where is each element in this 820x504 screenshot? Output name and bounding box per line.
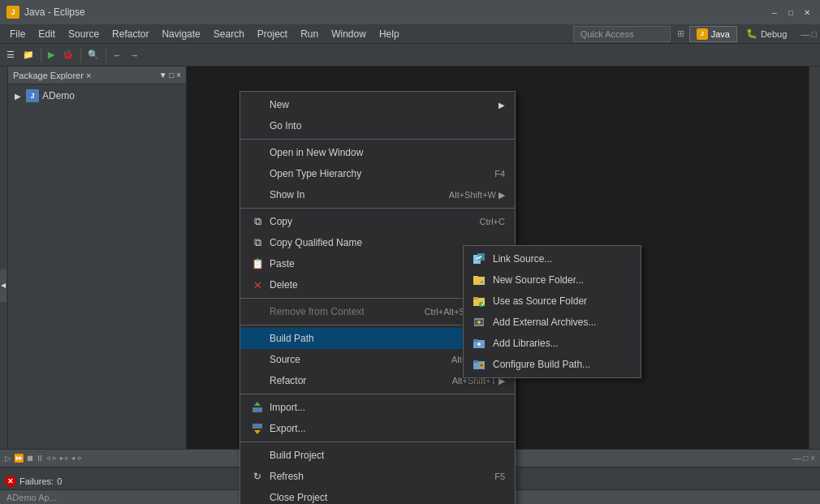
sm-configure-build-path-icon xyxy=(472,357,486,372)
close-button[interactable]: ✕ xyxy=(801,6,814,19)
toolbar-debug-btn[interactable]: 🐞 xyxy=(59,48,77,62)
cm-new-icon xyxy=(250,97,265,112)
menu-help[interactable]: Help xyxy=(373,27,406,41)
cm-go-into[interactable]: Go Into xyxy=(240,115,515,136)
failure-icon: ✕ xyxy=(5,476,16,487)
sm-use-as-source-label: Use as Source Folder xyxy=(493,295,587,307)
panel-max-icon[interactable]: □ xyxy=(811,29,817,39)
toolbar: ☰ 📁 ▶ 🐞 🔍 ← → xyxy=(0,44,820,67)
toolbar-search-btn[interactable]: 🔍 xyxy=(84,48,102,62)
toolbar-new-btn[interactable]: ☰ xyxy=(3,48,18,62)
sm-configure-build-path[interactable]: Configure Build Path... xyxy=(464,354,641,375)
cm-new-label: New xyxy=(270,99,498,110)
bottom-panel-controls: — □ × xyxy=(793,454,815,463)
maximize-button[interactable]: □ xyxy=(784,6,797,19)
svg-marker-1 xyxy=(254,402,261,406)
menu-search[interactable]: Search xyxy=(207,27,251,41)
cm-import-icon xyxy=(250,400,265,415)
svg-rect-19 xyxy=(473,339,478,342)
cm-import[interactable]: Import... xyxy=(240,397,515,418)
cm-export-label: Export... xyxy=(270,423,505,434)
svg-text:✓: ✓ xyxy=(481,301,486,307)
tree-item[interactable]: ▶ J ADemo xyxy=(11,88,183,104)
cm-paste-label: Paste xyxy=(270,258,464,269)
menu-refactor[interactable]: Refactor xyxy=(106,27,155,41)
svg-rect-23 xyxy=(473,360,478,363)
cm-sep-6 xyxy=(240,442,515,442)
cm-build-project-label: Build Project xyxy=(270,450,505,461)
cm-open-type-hierarchy-shortcut: F4 xyxy=(494,169,505,179)
toolbar-sep-2 xyxy=(80,48,81,62)
menu-source[interactable]: Source xyxy=(62,27,106,41)
svg-rect-0 xyxy=(252,407,262,412)
cm-build-path-icon xyxy=(250,331,265,346)
sm-use-as-source-icon: ✓ xyxy=(472,294,486,308)
panel-controls[interactable]: ▼ □ × xyxy=(159,71,181,80)
perspective-tabs: ⊞ J Java 🐛 Debug — □ xyxy=(677,26,817,42)
toolbar-sep-1 xyxy=(41,48,41,62)
cm-new[interactable]: New ▶ xyxy=(240,94,515,115)
right-sidebar xyxy=(809,67,820,504)
cm-build-project[interactable]: Build Project xyxy=(240,445,515,466)
svg-point-25 xyxy=(481,364,483,367)
perspective-java[interactable]: J Java xyxy=(689,26,737,42)
left-collapse-btn[interactable]: ◀ xyxy=(0,269,6,302)
menu-navigate[interactable]: Navigate xyxy=(155,27,206,41)
cm-export-icon xyxy=(250,421,265,436)
panel-min-icon[interactable]: — xyxy=(801,29,809,39)
cm-delete-icon xyxy=(250,278,265,292)
sm-link-source[interactable]: Link Source... xyxy=(464,248,641,269)
menu-edit[interactable]: Edit xyxy=(32,27,62,41)
toolbar-back-btn[interactable]: ← xyxy=(110,49,125,62)
menu-run[interactable]: Run xyxy=(294,27,325,41)
svg-rect-11 xyxy=(473,297,478,299)
cm-show-in-icon xyxy=(250,187,265,202)
toolbar-run-btn[interactable]: ▶ xyxy=(45,48,58,62)
sm-new-source-folder[interactable]: + New Source Folder... xyxy=(464,269,641,291)
cm-refactor-icon xyxy=(250,373,265,388)
cm-open-new-window[interactable]: Open in New Window xyxy=(240,142,515,163)
toolbar-fwd-btn[interactable]: → xyxy=(127,49,142,62)
cm-refactor-label: Refactor xyxy=(270,375,436,386)
cm-open-type-hierarchy[interactable]: Open Type Hierarchy F4 xyxy=(240,163,515,184)
quick-access-label: Quick Access xyxy=(580,29,634,39)
title-bar-left: J Java - Eclipse xyxy=(6,6,85,19)
cm-sep-2 xyxy=(240,208,515,209)
bottom-toolbar-icons: ▷ ⏩ ⏹ ⏸ ◁ ▷ ▶ ▷ ◀ ▷ xyxy=(5,454,82,463)
menu-project[interactable]: Project xyxy=(251,27,294,41)
cm-export[interactable]: Export... xyxy=(240,418,515,439)
cm-source-label: Source xyxy=(270,354,435,365)
cm-close-project-icon xyxy=(250,490,265,504)
failures-label: Failures: xyxy=(19,476,54,486)
cm-refresh[interactable]: ↻ Refresh F5 xyxy=(240,466,515,487)
perspective-debug[interactable]: 🐛 Debug xyxy=(739,26,794,41)
menu-bar: File Edit Source Refactor Navigate Searc… xyxy=(0,24,820,44)
cm-copy[interactable]: Copy Ctrl+C xyxy=(240,211,515,232)
cm-close-project[interactable]: Close Project xyxy=(240,487,515,504)
cm-show-in-shortcut: Alt+Shift+W ▶ xyxy=(449,190,505,200)
cm-refresh-label: Refresh xyxy=(270,471,478,482)
cm-source-icon xyxy=(250,352,265,367)
menu-window[interactable]: Window xyxy=(325,27,373,41)
failures-badge: ✕ Failures: 0 xyxy=(5,476,62,487)
toolbar-open-btn[interactable]: 📁 xyxy=(19,48,37,62)
minimize-button[interactable]: – xyxy=(768,6,781,19)
sm-use-as-source[interactable]: ✓ Use as Source Folder xyxy=(464,291,641,312)
sm-add-libraries-icon xyxy=(472,336,486,351)
window-controls[interactable]: – □ ✕ xyxy=(768,6,814,19)
cm-import-label: Import... xyxy=(270,402,505,413)
sm-link-source-icon xyxy=(472,252,486,266)
svg-text:+: + xyxy=(480,278,484,286)
toolbar-sep-3 xyxy=(106,48,106,62)
cm-show-in[interactable]: Show In Alt+Shift+W ▶ xyxy=(240,184,515,205)
editor-area: New ▶ Go Into Open in New Window Open Ty… xyxy=(187,67,820,504)
sm-add-external-archives[interactable]: Add External Archives... xyxy=(464,312,641,333)
cm-copy-shortcut: Ctrl+C xyxy=(480,217,505,226)
cm-close-project-label: Close Project xyxy=(270,492,505,503)
status-text: ADemo Ap... xyxy=(6,493,57,502)
tree-arrow-icon: ▶ xyxy=(15,92,23,101)
quick-access-box[interactable]: Quick Access xyxy=(573,26,671,42)
svg-marker-3 xyxy=(254,430,261,434)
menu-file[interactable]: File xyxy=(3,27,32,41)
sm-add-libraries[interactable]: Add Libraries... xyxy=(464,333,641,354)
